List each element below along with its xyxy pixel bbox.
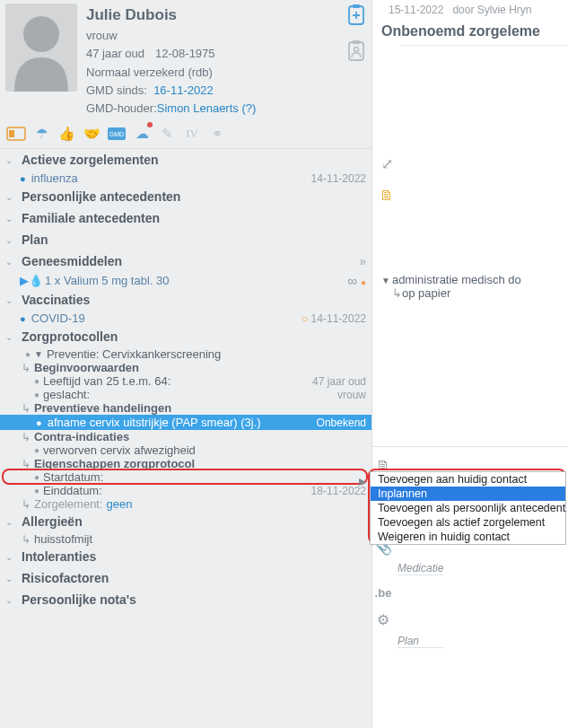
pills-icon[interactable]: ⚭ xyxy=(208,125,226,143)
gmd-holder-value[interactable]: Simon Lenaerts (?) xyxy=(157,101,257,115)
item-contra-cervix: ●verworven cervix afwezigheid xyxy=(0,443,371,457)
context-menu-item[interactable]: Inplannen xyxy=(371,487,565,501)
patient-header: Julie Dubois vrouw 47 jaar oud12-08-1975… xyxy=(0,0,371,121)
gmd-badge-icon[interactable]: GMD xyxy=(108,125,126,143)
patient-dob: 12-08-1975 xyxy=(155,47,215,60)
section-risicofactoren[interactable]: ⌄Risicofactoren xyxy=(0,567,371,589)
clipboard-person-icon[interactable] xyxy=(346,39,366,66)
umbrella-icon[interactable]: ☂ xyxy=(32,125,50,143)
gear-icon[interactable]: ⚙ xyxy=(372,606,394,633)
avatar xyxy=(5,4,77,92)
label-medicatie: Medicatie xyxy=(372,560,443,575)
svg-rect-4 xyxy=(353,40,360,44)
iv-icon[interactable]: IV xyxy=(183,125,201,143)
section-allergieen[interactable]: ⌄Allergieën xyxy=(0,511,371,532)
context-menu[interactable]: Toevoegen aan huidig contactInplannenToe… xyxy=(370,471,566,545)
context-menu-item[interactable]: Toevoegen aan huidig contact xyxy=(371,472,565,487)
id-card-icon[interactable] xyxy=(7,125,25,143)
item-covid19[interactable]: ●COVID-19○ 14-11-2022 xyxy=(0,311,371,326)
note-yellow-icon[interactable]: 🗎 xyxy=(378,187,396,205)
clipboard-plus-icon[interactable] xyxy=(346,4,366,31)
item-contra-indicaties[interactable]: ↳Contra-indicaties xyxy=(0,430,371,443)
item-pap-smear-selected[interactable]: ●afname cervix uitstrijkje (PAP smear) (… xyxy=(0,415,371,430)
section-geneesmiddelen[interactable]: ⌄Geneesmiddelen» xyxy=(0,250,371,272)
svg-text:GMD: GMD xyxy=(109,131,124,137)
item-eigenschappen[interactable]: ↳Eigenschappen zorgprotocol xyxy=(0,457,371,470)
submenu-triangle-icon: ▶ xyxy=(359,476,366,487)
admin-block[interactable]: ▼administratie medisch do ↳op papier xyxy=(381,269,568,300)
note-title: Onbenoemd zorgeleme xyxy=(372,23,568,45)
item-startdatum: ●Startdatum: xyxy=(0,470,371,484)
left-pane: Julie Dubois vrouw 47 jaar oud12-08-1975… xyxy=(0,0,372,728)
sections: ⌄Actieve zorgelementen ●influenza14-11-2… xyxy=(0,149,371,728)
section-familiale-antecedenten[interactable]: ⌄Familiale antecedenten xyxy=(0,207,371,229)
section-vaccinaties[interactable]: ⌄Vaccinaties xyxy=(0,289,371,311)
item-beginvoorwaarden[interactable]: ↳Beginvoorwaarden xyxy=(0,361,371,374)
thumbs-up-icon[interactable]: 👍 xyxy=(57,125,75,143)
item-einddatum: ●Einddatum:18-11-2022 xyxy=(0,484,371,497)
gmd-holder-label: GMD-houder: xyxy=(86,100,157,118)
note-meta: 15-11-2022 door Sylvie Hryn xyxy=(372,0,568,23)
note-body[interactable] xyxy=(401,45,568,269)
patient-gender: vrouw xyxy=(86,27,346,45)
handshake-icon[interactable]: 🤝 xyxy=(83,125,100,143)
context-menu-item[interactable]: Weigeren in huidig contact xyxy=(371,530,565,544)
patient-insurance: Normaal verzekerd (rdb) xyxy=(86,64,346,82)
label-plan: Plan xyxy=(372,633,443,647)
gmd-since-value[interactable]: 16-11-2022 xyxy=(153,83,214,97)
item-valium[interactable]: ▶💧1 x Valium 5 mg tabl. 30∞● xyxy=(0,272,371,289)
right-side-icons: ⤢ 🗎 xyxy=(378,154,396,205)
be-icon[interactable]: .be xyxy=(372,579,394,606)
item-geslacht: ●geslacht:vrouw xyxy=(0,388,371,401)
svg-point-5 xyxy=(354,48,359,52)
item-preventieve-handelingen[interactable]: ↳Preventieve handelingen xyxy=(0,401,371,415)
section-persoonlijke-notas[interactable]: ⌄Persoonlijke nota's xyxy=(0,589,371,610)
gmd-since-label: GMD sinds: xyxy=(86,82,147,100)
item-preventie[interactable]: ●▼Preventie: Cervixkankerscreening xyxy=(0,347,371,361)
toolbar: ☂ 👍 🤝 GMD ☁ ✎ IV ⚭ xyxy=(0,121,371,149)
pencil-icon[interactable]: ✎ xyxy=(158,125,176,143)
item-zorgelement[interactable]: ↳Zorgelement:geen xyxy=(0,497,371,511)
svg-point-0 xyxy=(23,16,59,52)
section-actieve-zorgelementen[interactable]: ⌄Actieve zorgelementen xyxy=(0,149,371,171)
patient-name: Julie Dubois xyxy=(86,4,346,27)
context-menu-item[interactable]: Toevoegen als actief zorgelement xyxy=(371,515,565,530)
context-menu-item[interactable]: Toevoegen als persoonlijk antecedent xyxy=(371,501,565,515)
svg-rect-2 xyxy=(353,4,360,8)
section-intoleranties[interactable]: ⌄Intoleranties xyxy=(0,546,371,567)
patient-info: Julie Dubois vrouw 47 jaar oud12-08-1975… xyxy=(86,4,346,118)
item-leeftijd: ●Leeftijd van 25 t.e.m. 64:47 jaar oud xyxy=(0,374,371,388)
section-zorgprotocollen[interactable]: ⌄Zorgprotocollen xyxy=(0,326,371,347)
section-persoonlijke-antecedenten[interactable]: ⌄Persoonlijke antecedenten xyxy=(0,186,371,207)
expand-icon[interactable]: ⤢ xyxy=(378,154,396,172)
svg-rect-7 xyxy=(9,130,14,137)
section-plan[interactable]: ⌄Plan xyxy=(0,229,371,250)
item-huisstofmijt[interactable]: ↳huisstofmijt xyxy=(0,532,371,546)
item-influenza[interactable]: ●influenza14-11-2022 xyxy=(0,171,371,186)
patient-age: 47 jaar oud xyxy=(86,47,144,60)
cloud-upload-icon[interactable]: ☁ xyxy=(133,125,151,143)
